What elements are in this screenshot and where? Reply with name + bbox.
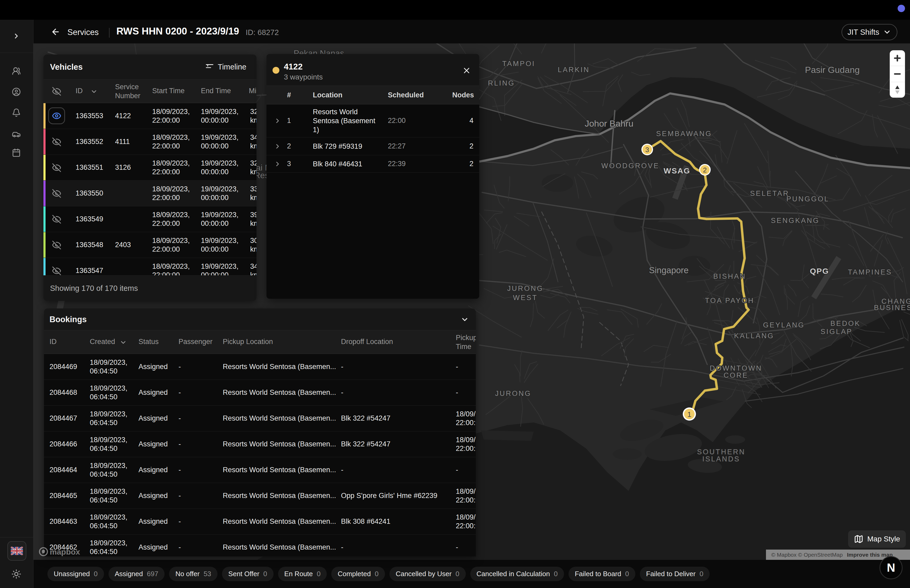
svg-text:SELETAR: SELETAR xyxy=(750,189,789,197)
svg-text:KALLANG: KALLANG xyxy=(734,332,774,340)
svg-text:SIGLAP: SIGLAP xyxy=(821,328,853,336)
svg-text:Singapore: Singapore xyxy=(649,265,689,275)
svg-text:BUSINESS P: BUSINESS P xyxy=(874,304,910,312)
svg-text:GEYLANG: GEYLANG xyxy=(763,321,805,329)
svg-text:BEDOK: BEDOK xyxy=(831,320,861,328)
svg-text:Johor Bahru: Johor Bahru xyxy=(585,118,633,128)
svg-text:JURONG: JURONG xyxy=(495,389,531,397)
svg-text:RLING: RLING xyxy=(488,79,515,87)
svg-text:DOWNTOWN: DOWNTOWN xyxy=(710,364,762,372)
svg-text:WOODGROVE: WOODGROVE xyxy=(601,162,659,170)
svg-text:SOUTHERN: SOUTHERN xyxy=(697,448,745,456)
svg-text:2: 2 xyxy=(703,166,707,174)
svg-text:SEMBAWANG: SEMBAWANG xyxy=(656,130,712,138)
svg-text:PUNGGOL: PUNGGOL xyxy=(786,195,829,203)
svg-text:QPG: QPG xyxy=(810,267,829,275)
svg-text:mapbox: mapbox xyxy=(50,548,80,556)
svg-text:TAMPOI: TAMPOI xyxy=(502,60,535,68)
svg-text:TOA PAYOH: TOA PAYOH xyxy=(705,297,754,305)
svg-text:WEST: WEST xyxy=(513,294,538,302)
svg-text:3: 3 xyxy=(645,146,649,154)
svg-text:LARKIN: LARKIN xyxy=(558,66,590,74)
svg-text:BISHAN: BISHAN xyxy=(713,272,746,280)
svg-text:CORE: CORE xyxy=(724,372,748,379)
svg-text:ISLANDS: ISLANDS xyxy=(702,455,740,463)
svg-text:WSAG: WSAG xyxy=(664,166,690,175)
svg-text:JURONG: JURONG xyxy=(507,284,543,292)
svg-text:1: 1 xyxy=(687,410,692,418)
svg-text:SENGKANG: SENGKANG xyxy=(771,216,819,225)
svg-text:TAMPINES: TAMPINES xyxy=(848,268,892,276)
svg-text:Pasir Gudang: Pasir Gudang xyxy=(805,65,860,75)
